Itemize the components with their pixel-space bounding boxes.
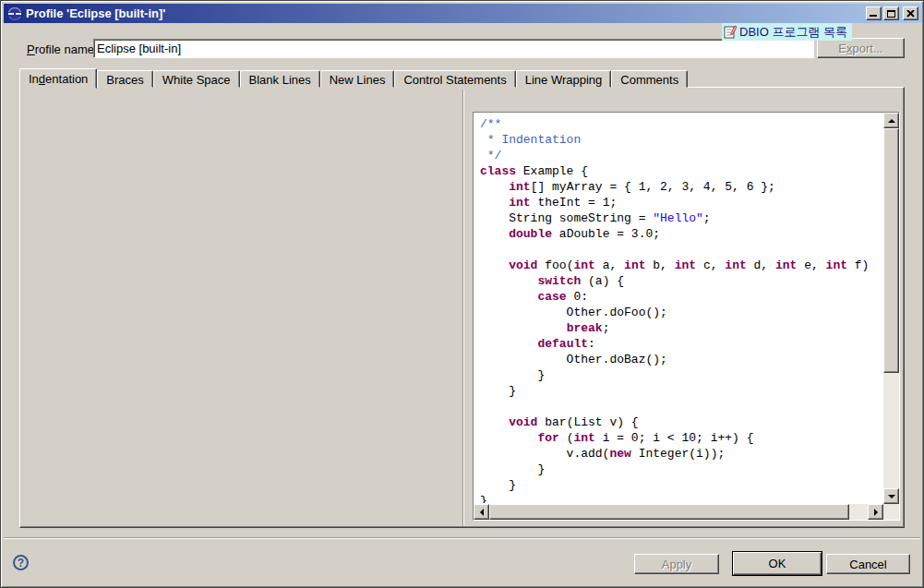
code-line: int theInt = 1;: [480, 195, 882, 210]
tab-braces[interactable]: Braces: [97, 70, 152, 88]
code-line: case 0:: [480, 289, 882, 305]
horizontal-scroll-thumb[interactable]: [489, 504, 849, 520]
code-line: }: [480, 493, 882, 503]
window-title: Profile 'Eclipse [built-in]': [26, 6, 165, 20]
help-button[interactable]: ?: [13, 555, 29, 570]
vertical-scroll-thumb[interactable]: [883, 128, 899, 373]
vertical-scrollbar[interactable]: [883, 113, 899, 504]
code-line: double aDouble = 3.0;: [480, 226, 882, 242]
code-line: Other.doBaz();: [480, 352, 882, 367]
code-line: /**: [480, 116, 882, 132]
ok-button[interactable]: OK: [733, 552, 822, 575]
tab-comments[interactable]: Comments: [611, 70, 688, 88]
tab-indentation[interactable]: Indentation: [19, 68, 97, 89]
code-line: class Example {: [480, 163, 882, 179]
preview-code: /** * Indentation */class Example { int[…: [474, 114, 882, 503]
code-line: * Indentation: [480, 132, 882, 148]
tab-control-statements[interactable]: Control Statements: [394, 70, 515, 88]
footer-separator: [4, 537, 920, 539]
tooltip-dbio: DBIO 프로그램 목록: [722, 23, 852, 41]
code-line: }: [480, 383, 882, 399]
cancel-button[interactable]: Cancel: [826, 554, 910, 574]
code-line: for (int i = 0; i < 10; i++) {: [480, 430, 882, 446]
tooltip-text: DBIO 프로그램 목록: [739, 24, 847, 41]
scroll-down-button[interactable]: [883, 488, 899, 504]
code-line: void foo(int a, int b, int c, int d, int…: [480, 258, 882, 273]
code-line: }: [480, 477, 882, 493]
tab-blank-lines[interactable]: Blank Lines: [240, 70, 320, 88]
code-line: default:: [480, 336, 882, 352]
minimize-icon: [870, 15, 877, 17]
scroll-up-button[interactable]: [883, 113, 899, 128]
apply-button[interactable]: Apply: [634, 554, 719, 574]
code-line: }: [480, 367, 882, 383]
profile-name-input[interactable]: [93, 39, 814, 58]
arrow-up-icon: [888, 119, 895, 123]
code-line: break;: [480, 320, 882, 336]
scroll-right-button[interactable]: [868, 504, 883, 520]
horizontal-scrollbar[interactable]: [474, 504, 883, 520]
arrow-right-icon: [874, 509, 878, 516]
code-line: switch (a) {: [480, 273, 882, 289]
tab-white-space[interactable]: White Space: [153, 70, 240, 88]
arrow-left-icon: [480, 509, 484, 516]
close-button[interactable]: [903, 6, 918, 20]
code-line: v.add(new Integer(i));: [480, 446, 882, 462]
scroll-left-button[interactable]: [474, 504, 489, 520]
code-line: Other.doFoo();: [480, 305, 882, 320]
tab-new-lines[interactable]: New Lines: [320, 70, 395, 88]
close-icon: [906, 10, 915, 18]
scrollbar-corner: [883, 504, 899, 520]
code-line: [480, 399, 882, 414]
tab-line-wrapping[interactable]: Line Wrapping: [516, 70, 612, 88]
maximize-button[interactable]: [883, 6, 899, 20]
profile-name-label: Profile name:: [27, 42, 98, 56]
memo-pencil-icon: [724, 25, 738, 39]
code-line: [480, 242, 882, 258]
maximize-icon: [887, 10, 895, 18]
code-line: void bar(List v) {: [480, 414, 882, 430]
panel-divider: [462, 90, 464, 526]
export-button[interactable]: Export...: [817, 38, 905, 58]
arrow-down-icon: [888, 495, 895, 498]
profile-dialog-window: Profile 'Eclipse [built-in]' DBIO 프로그램 목…: [0, 0, 924, 588]
code-line: String someString = "Hello";: [480, 210, 882, 226]
code-line: }: [480, 462, 882, 477]
code-line: */: [480, 148, 882, 163]
preview-code-area: /** * Indentation */class Example { int[…: [473, 112, 900, 521]
tab-bar: IndentationBracesWhite SpaceBlank LinesN…: [19, 67, 688, 88]
eclipse-logo-icon: [7, 6, 22, 21]
title-bar[interactable]: Profile 'Eclipse [built-in]': [4, 4, 922, 23]
code-line: int[] myArray = { 1, 2, 3, 4, 5, 6 };: [480, 179, 882, 195]
minimize-button[interactable]: [866, 6, 882, 20]
